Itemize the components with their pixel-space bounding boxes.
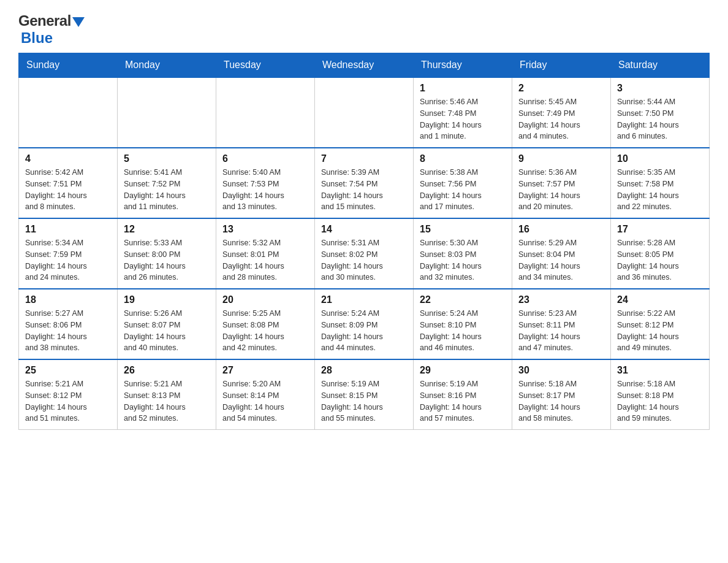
- day-info-20: Sunrise: 5:25 AM Sunset: 8:08 PM Dayligh…: [222, 308, 308, 354]
- day-info-9: Sunrise: 5:36 AM Sunset: 7:57 PM Dayligh…: [518, 167, 604, 213]
- calendar-cell-w5-d2: 26Sunrise: 5:21 AM Sunset: 8:13 PM Dayli…: [118, 359, 216, 430]
- day-number-24: 24: [617, 294, 703, 305]
- weekday-header-thursday: Thursday: [414, 53, 512, 78]
- day-number-18: 18: [25, 294, 111, 305]
- day-number-10: 10: [617, 153, 703, 164]
- day-info-24: Sunrise: 5:22 AM Sunset: 8:12 PM Dayligh…: [617, 308, 703, 354]
- weekday-header-friday: Friday: [512, 53, 611, 78]
- week-row-1: 1Sunrise: 5:46 AM Sunset: 7:48 PM Daylig…: [19, 77, 710, 148]
- day-info-22: Sunrise: 5:24 AM Sunset: 8:10 PM Dayligh…: [420, 308, 506, 354]
- calendar-cell-w5-d5: 29Sunrise: 5:19 AM Sunset: 8:16 PM Dayli…: [414, 359, 512, 430]
- calendar-cell-w5-d7: 31Sunrise: 5:18 AM Sunset: 8:18 PM Dayli…: [611, 359, 710, 430]
- weekday-header-wednesday: Wednesday: [315, 53, 414, 78]
- day-info-25: Sunrise: 5:21 AM Sunset: 8:12 PM Dayligh…: [25, 378, 111, 424]
- page-header: General Blue: [18, 12, 710, 47]
- day-number-7: 7: [321, 153, 407, 164]
- day-info-16: Sunrise: 5:29 AM Sunset: 8:04 PM Dayligh…: [518, 237, 604, 283]
- weekday-header-monday: Monday: [118, 53, 216, 78]
- calendar-cell-w2-d5: 8Sunrise: 5:38 AM Sunset: 7:56 PM Daylig…: [414, 148, 512, 218]
- calendar-cell-w1-d6: 2Sunrise: 5:45 AM Sunset: 7:49 PM Daylig…: [512, 77, 611, 148]
- weekday-header-row: SundayMondayTuesdayWednesdayThursdayFrid…: [19, 53, 710, 78]
- day-number-17: 17: [617, 224, 703, 235]
- calendar-cell-w3-d3: 13Sunrise: 5:32 AM Sunset: 8:01 PM Dayli…: [216, 218, 315, 289]
- day-number-31: 31: [617, 365, 703, 376]
- calendar-table: SundayMondayTuesdayWednesdayThursdayFrid…: [18, 53, 710, 430]
- day-info-27: Sunrise: 5:20 AM Sunset: 8:14 PM Dayligh…: [222, 378, 308, 424]
- day-info-31: Sunrise: 5:18 AM Sunset: 8:18 PM Dayligh…: [617, 378, 703, 424]
- day-number-21: 21: [321, 294, 407, 305]
- day-info-8: Sunrise: 5:38 AM Sunset: 7:56 PM Dayligh…: [420, 167, 506, 213]
- day-number-28: 28: [321, 365, 407, 376]
- calendar-cell-w3-d2: 12Sunrise: 5:33 AM Sunset: 8:00 PM Dayli…: [118, 218, 216, 289]
- day-number-16: 16: [518, 224, 604, 235]
- calendar-header: SundayMondayTuesdayWednesdayThursdayFrid…: [19, 53, 710, 78]
- day-info-30: Sunrise: 5:18 AM Sunset: 8:17 PM Dayligh…: [518, 378, 604, 424]
- calendar-cell-w4-d6: 23Sunrise: 5:23 AM Sunset: 8:11 PM Dayli…: [512, 289, 611, 359]
- day-info-12: Sunrise: 5:33 AM Sunset: 8:00 PM Dayligh…: [124, 237, 210, 283]
- calendar-cell-w1-d2: [118, 77, 216, 148]
- day-info-2: Sunrise: 5:45 AM Sunset: 7:49 PM Dayligh…: [518, 96, 604, 142]
- day-number-3: 3: [617, 83, 703, 94]
- calendar-cell-w4-d3: 20Sunrise: 5:25 AM Sunset: 8:08 PM Dayli…: [216, 289, 315, 359]
- day-number-30: 30: [518, 365, 604, 376]
- calendar-cell-w2-d6: 9Sunrise: 5:36 AM Sunset: 7:57 PM Daylig…: [512, 148, 611, 218]
- day-number-25: 25: [25, 365, 111, 376]
- day-info-10: Sunrise: 5:35 AM Sunset: 7:58 PM Dayligh…: [617, 167, 703, 213]
- day-info-15: Sunrise: 5:30 AM Sunset: 8:03 PM Dayligh…: [420, 237, 506, 283]
- day-number-14: 14: [321, 224, 407, 235]
- calendar-cell-w3-d5: 15Sunrise: 5:30 AM Sunset: 8:03 PM Dayli…: [414, 218, 512, 289]
- calendar-body: 1Sunrise: 5:46 AM Sunset: 7:48 PM Daylig…: [19, 77, 710, 430]
- day-info-5: Sunrise: 5:41 AM Sunset: 7:52 PM Dayligh…: [124, 167, 210, 213]
- calendar-cell-w1-d5: 1Sunrise: 5:46 AM Sunset: 7:48 PM Daylig…: [414, 77, 512, 148]
- day-number-19: 19: [124, 294, 210, 305]
- day-info-14: Sunrise: 5:31 AM Sunset: 8:02 PM Dayligh…: [321, 237, 407, 283]
- calendar-cell-w4-d4: 21Sunrise: 5:24 AM Sunset: 8:09 PM Dayli…: [315, 289, 414, 359]
- day-number-29: 29: [420, 365, 506, 376]
- day-number-20: 20: [222, 294, 308, 305]
- day-info-26: Sunrise: 5:21 AM Sunset: 8:13 PM Dayligh…: [124, 378, 210, 424]
- day-info-13: Sunrise: 5:32 AM Sunset: 8:01 PM Dayligh…: [222, 237, 308, 283]
- calendar-cell-w3-d7: 17Sunrise: 5:28 AM Sunset: 8:05 PM Dayli…: [611, 218, 710, 289]
- calendar-cell-w5-d6: 30Sunrise: 5:18 AM Sunset: 8:17 PM Dayli…: [512, 359, 611, 430]
- week-row-5: 25Sunrise: 5:21 AM Sunset: 8:12 PM Dayli…: [19, 359, 710, 430]
- calendar-cell-w2-d2: 5Sunrise: 5:41 AM Sunset: 7:52 PM Daylig…: [118, 148, 216, 218]
- calendar-cell-w2-d7: 10Sunrise: 5:35 AM Sunset: 7:58 PM Dayli…: [611, 148, 710, 218]
- calendar-cell-w3-d6: 16Sunrise: 5:29 AM Sunset: 8:04 PM Dayli…: [512, 218, 611, 289]
- logo-blue-text: Blue: [21, 29, 53, 47]
- day-info-3: Sunrise: 5:44 AM Sunset: 7:50 PM Dayligh…: [617, 96, 703, 142]
- logo-triangle-icon: [72, 17, 85, 27]
- day-number-2: 2: [518, 83, 604, 94]
- calendar-cell-w3-d1: 11Sunrise: 5:34 AM Sunset: 7:59 PM Dayli…: [19, 218, 118, 289]
- day-info-7: Sunrise: 5:39 AM Sunset: 7:54 PM Dayligh…: [321, 167, 407, 213]
- calendar-cell-w5-d4: 28Sunrise: 5:19 AM Sunset: 8:15 PM Dayli…: [315, 359, 414, 430]
- week-row-3: 11Sunrise: 5:34 AM Sunset: 7:59 PM Dayli…: [19, 218, 710, 289]
- day-info-11: Sunrise: 5:34 AM Sunset: 7:59 PM Dayligh…: [25, 237, 111, 283]
- weekday-header-saturday: Saturday: [611, 53, 710, 78]
- day-info-1: Sunrise: 5:46 AM Sunset: 7:48 PM Dayligh…: [420, 96, 506, 142]
- calendar-cell-w4-d5: 22Sunrise: 5:24 AM Sunset: 8:10 PM Dayli…: [414, 289, 512, 359]
- day-number-11: 11: [25, 224, 111, 235]
- day-info-4: Sunrise: 5:42 AM Sunset: 7:51 PM Dayligh…: [25, 167, 111, 213]
- calendar-cell-w1-d4: [315, 77, 414, 148]
- day-info-17: Sunrise: 5:28 AM Sunset: 8:05 PM Dayligh…: [617, 237, 703, 283]
- day-info-23: Sunrise: 5:23 AM Sunset: 8:11 PM Dayligh…: [518, 308, 604, 354]
- day-number-8: 8: [420, 153, 506, 164]
- calendar-cell-w1-d3: [216, 77, 315, 148]
- day-number-12: 12: [124, 224, 210, 235]
- day-number-13: 13: [222, 224, 308, 235]
- calendar-cell-w5-d1: 25Sunrise: 5:21 AM Sunset: 8:12 PM Dayli…: [19, 359, 118, 430]
- week-row-2: 4Sunrise: 5:42 AM Sunset: 7:51 PM Daylig…: [19, 148, 710, 218]
- day-number-4: 4: [25, 153, 111, 164]
- calendar-cell-w2-d4: 7Sunrise: 5:39 AM Sunset: 7:54 PM Daylig…: [315, 148, 414, 218]
- week-row-4: 18Sunrise: 5:27 AM Sunset: 8:06 PM Dayli…: [19, 289, 710, 359]
- calendar-cell-w1-d1: [19, 77, 118, 148]
- day-info-18: Sunrise: 5:27 AM Sunset: 8:06 PM Dayligh…: [25, 308, 111, 354]
- logo-general-text: General: [18, 12, 71, 29]
- calendar-cell-w3-d4: 14Sunrise: 5:31 AM Sunset: 8:02 PM Dayli…: [315, 218, 414, 289]
- day-number-27: 27: [222, 365, 308, 376]
- day-info-19: Sunrise: 5:26 AM Sunset: 8:07 PM Dayligh…: [124, 308, 210, 354]
- weekday-header-tuesday: Tuesday: [216, 53, 315, 78]
- day-info-6: Sunrise: 5:40 AM Sunset: 7:53 PM Dayligh…: [222, 167, 308, 213]
- calendar-cell-w4-d1: 18Sunrise: 5:27 AM Sunset: 8:06 PM Dayli…: [19, 289, 118, 359]
- day-number-26: 26: [124, 365, 210, 376]
